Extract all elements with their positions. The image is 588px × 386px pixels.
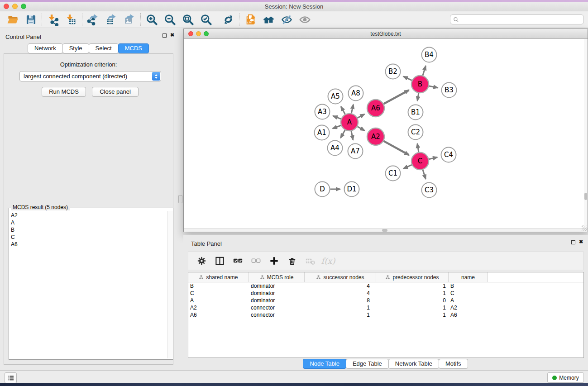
- tab-node-table[interactable]: Node Table: [303, 359, 346, 369]
- tab-style[interactable]: Style: [62, 43, 89, 53]
- graph-node-D1[interactable]: D1: [344, 182, 359, 197]
- mcds-result-list[interactable]: A2ABCA6: [9, 210, 167, 359]
- table-options-button[interactable]: [194, 253, 209, 268]
- graph-node-C4[interactable]: C4: [441, 148, 456, 162]
- delete-column-button[interactable]: [284, 253, 300, 268]
- graph-node-A5[interactable]: A5: [328, 89, 343, 104]
- network-graph-canvas[interactable]: AA1A2A3A4A5A6A7A8BB1B2B3B4CC1C2C3C4DD1: [184, 39, 588, 228]
- select-stepper-icon[interactable]: [152, 72, 160, 81]
- graph-node-C[interactable]: C: [411, 152, 429, 170]
- result-item[interactable]: A2: [11, 212, 167, 219]
- graph-node-B3[interactable]: B3: [442, 83, 457, 98]
- table-float-panel-icon[interactable]: [571, 240, 575, 244]
- graph-node-A[interactable]: A: [341, 114, 358, 131]
- import-table-button[interactable]: [62, 12, 80, 27]
- table-cell: B: [188, 282, 249, 290]
- network-hscroll-thumb[interactable]: [382, 229, 387, 232]
- import-network-button[interactable]: [44, 12, 62, 27]
- result-item[interactable]: C: [11, 234, 167, 241]
- save-session-button[interactable]: [22, 12, 40, 27]
- open-file-button[interactable]: [4, 12, 22, 27]
- window-resize-grip[interactable]: [582, 225, 587, 231]
- search-box[interactable]: [450, 14, 584, 24]
- graph-node-C3[interactable]: C3: [422, 183, 437, 198]
- table-cell: C: [449, 290, 488, 297]
- svg-text:C1: C1: [388, 169, 397, 177]
- table-row[interactable]: Cdominator41C: [188, 290, 583, 297]
- graph-node-A2[interactable]: A2: [367, 128, 384, 145]
- zoom-selected-button[interactable]: [197, 12, 215, 27]
- function-builder-button[interactable]: f(x): [320, 253, 336, 268]
- graph-node-C1[interactable]: C1: [386, 166, 401, 181]
- table-cell: 1: [305, 304, 376, 311]
- table-row[interactable]: Bdominator41B: [188, 282, 583, 290]
- network-horizontal-scrollbar[interactable]: [184, 228, 588, 232]
- export-image-button[interactable]: [120, 12, 139, 27]
- hide-selected-button[interactable]: [277, 12, 296, 27]
- table-row[interactable]: A6connector11A6: [188, 311, 583, 319]
- run-mcds-button[interactable]: Run MCDS: [42, 87, 86, 97]
- float-panel-icon[interactable]: [163, 33, 167, 38]
- graph-node-B4[interactable]: B4: [422, 48, 437, 62]
- graph-node-C2[interactable]: C2: [408, 125, 423, 140]
- table-header-row[interactable]: shared nameMCDS rolesuccessor nodesprede…: [188, 272, 583, 282]
- column-header-successor-nodes[interactable]: successor nodes: [305, 272, 376, 282]
- deselect-all-button[interactable]: [248, 253, 263, 268]
- apply-layout-button[interactable]: [219, 12, 237, 27]
- svg-text:B2: B2: [388, 67, 397, 76]
- result-item[interactable]: A6: [11, 241, 167, 248]
- zoom-out-button[interactable]: [161, 12, 179, 27]
- export-table-button[interactable]: [102, 12, 120, 27]
- app-title-bar[interactable]: Session: New Session: [0, 2, 588, 11]
- search-input[interactable]: [459, 15, 583, 24]
- close-panel-icon[interactable]: ✖: [170, 32, 174, 38]
- column-header-predecessor-nodes[interactable]: predecessor nodes: [376, 272, 449, 282]
- show-columns-button[interactable]: [212, 253, 227, 268]
- result-item[interactable]: A: [11, 219, 167, 226]
- table-row[interactable]: Adominator80A: [188, 297, 583, 304]
- column-header-name[interactable]: name: [449, 272, 488, 282]
- memory-label: Memory: [559, 375, 578, 381]
- graph-node-D[interactable]: D: [315, 182, 330, 197]
- column-header-shared-name[interactable]: shared name: [188, 272, 249, 282]
- svg-text:D1: D1: [347, 185, 356, 193]
- result-scrollbar[interactable]: [167, 211, 173, 358]
- table-close-panel-icon[interactable]: ✖: [579, 239, 583, 245]
- add-column-button[interactable]: [266, 253, 282, 268]
- memory-button[interactable]: Memory: [547, 372, 584, 383]
- graph-node-A3[interactable]: A3: [315, 105, 330, 119]
- graph-node-A6[interactable]: A6: [367, 100, 384, 117]
- table-row[interactable]: A2connector11A2: [188, 304, 583, 311]
- split-divider-handle[interactable]: [178, 195, 182, 203]
- export-network-button[interactable]: [84, 12, 102, 27]
- graph-node-A7[interactable]: A7: [348, 144, 363, 159]
- task-history-button[interactable]: [5, 372, 17, 383]
- zoom-fit-button[interactable]: [179, 12, 197, 27]
- graph-node-B1[interactable]: B1: [408, 105, 423, 120]
- graph-node-B[interactable]: B: [411, 76, 429, 93]
- first-neighbors-button[interactable]: [259, 12, 277, 27]
- close-panel-button[interactable]: Close panel: [92, 87, 139, 97]
- graph-edge-C-C3: [423, 170, 425, 179]
- tab-network-table[interactable]: Network Table: [388, 359, 439, 369]
- tab-select[interactable]: Select: [89, 43, 119, 53]
- graph-node-A4[interactable]: A4: [328, 141, 343, 156]
- new-network-from-selection-button[interactable]: [241, 12, 259, 27]
- graph-node-A1[interactable]: A1: [315, 125, 330, 140]
- select-all-button[interactable]: [230, 253, 245, 268]
- result-item[interactable]: B: [11, 226, 167, 234]
- graph-node-A8[interactable]: A8: [349, 86, 363, 101]
- network-vscroll-thumb[interactable]: [584, 193, 587, 200]
- zoom-in-button[interactable]: [143, 12, 161, 27]
- column-header-MCDS-role[interactable]: MCDS role: [249, 272, 305, 282]
- graph-node-B2[interactable]: B2: [386, 64, 401, 79]
- tab-mcds[interactable]: MCDS: [118, 43, 149, 53]
- tab-motifs[interactable]: Motifs: [439, 359, 468, 369]
- tab-edge-table[interactable]: Edge Table: [346, 359, 389, 369]
- delete-table-button[interactable]: [302, 253, 318, 268]
- show-all-button[interactable]: [296, 12, 314, 27]
- tab-network[interactable]: Network: [28, 43, 63, 53]
- optimization-criterion-select[interactable]: largest connected component (directed): [19, 71, 161, 81]
- network-window-title-bar[interactable]: testGlobe.txt: [184, 29, 588, 39]
- network-vertical-scrollbar[interactable]: [584, 39, 588, 228]
